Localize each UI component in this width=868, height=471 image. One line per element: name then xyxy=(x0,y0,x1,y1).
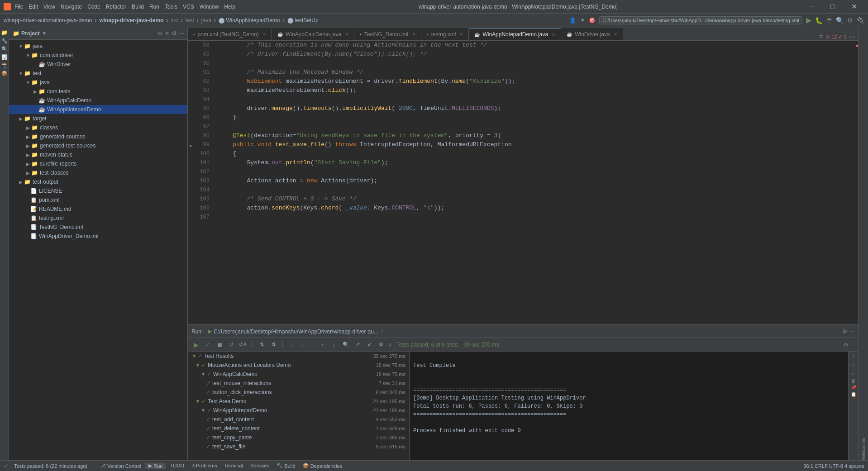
menu-build[interactable]: Build xyxy=(132,4,144,10)
test-item-root[interactable]: ▼ ✓ Test Results 39 sec 270 ms xyxy=(188,352,409,361)
run-import-btn[interactable]: ↗ xyxy=(353,340,362,349)
close-button[interactable]: ✕ xyxy=(844,0,864,14)
run-config-btn[interactable]: ⚙ xyxy=(377,340,386,349)
console-scroll-up[interactable]: ↑ xyxy=(852,353,855,360)
tree-readme[interactable]: 📝 README.md xyxy=(9,205,187,214)
test-item-copy[interactable]: ✓ test_copy_paste 7 sec 385 ms xyxy=(188,433,409,442)
tree-winapp-iml[interactable]: 📑 WinAppDriver_Demo.iml xyxy=(9,232,187,241)
search-button[interactable]: 🔍 xyxy=(836,17,844,24)
test-item-delete[interactable]: ✓ test_delete_content 1 sec 828 ms xyxy=(188,424,409,433)
user-icon[interactable]: 👤 xyxy=(569,17,576,24)
test-item-save[interactable]: ✓ test_save_file 5 sec 615 ms xyxy=(188,442,409,451)
tree-testng[interactable]: 📋 testng.xml xyxy=(9,214,187,223)
tree-testng-iml[interactable]: 📑 TestNG_Demo.iml xyxy=(9,223,187,232)
run-sort-btn[interactable]: ⇅ xyxy=(257,340,266,349)
test-item-notepad[interactable]: ▼ ✓ WinAppNotepadDemo 21 sec 195 ms xyxy=(188,406,409,415)
test-item-mouse-interact[interactable]: ✓ test_mouse_interactions 7 sec 31 ms xyxy=(188,379,409,388)
tab-testng-iml-close[interactable]: ✕ xyxy=(412,32,415,37)
tab-pom[interactable]: ▪ pom.xml (TestNG_Demo) ✕ xyxy=(188,28,272,40)
tool-btn-6[interactable]: 📦 xyxy=(1,70,8,77)
tree-pom[interactable]: 📋 pom.xml xyxy=(9,195,187,205)
breadcrumb-test[interactable]: test xyxy=(185,17,194,24)
project-name-1[interactable]: winapp-driver-automation-java-demo xyxy=(4,17,92,24)
menu-window[interactable]: Window xyxy=(200,4,219,10)
tab-windriver-close[interactable]: ✕ xyxy=(614,32,617,37)
menu-file[interactable]: File xyxy=(14,4,23,10)
console-scroll-down[interactable]: ↓ xyxy=(852,362,855,368)
tool-btn-4[interactable]: 📊 xyxy=(1,53,8,61)
settings-icon[interactable]: ⚙ xyxy=(847,17,853,24)
menu-view[interactable]: View xyxy=(43,4,55,10)
menu-refactor[interactable]: Refactor xyxy=(106,4,126,10)
tree-maven-status[interactable]: ▶ 📁 maven-status xyxy=(9,150,187,159)
run-tab[interactable]: ▶ C:/Users/januk/Desktop/Himanshu/WinApp… xyxy=(206,328,385,335)
run-up-btn[interactable]: ↑ xyxy=(318,340,327,349)
tree-test-java[interactable]: ▼ 📁 java xyxy=(9,78,187,87)
tree-classes[interactable]: ▶ 📁 classes xyxy=(9,123,187,132)
menu-navigate[interactable]: Navigate xyxy=(61,4,82,10)
run-export-btn[interactable]: ↙ xyxy=(365,340,374,349)
debug-button[interactable]: 🐛 xyxy=(815,17,823,24)
tree-test-classes[interactable]: ▶ 📁 test-classes xyxy=(9,168,187,177)
tool-btn-2[interactable]: 🔧 xyxy=(1,37,8,44)
tab-dependencies[interactable]: 📦Dependencies xyxy=(299,463,346,469)
path-box[interactable]: C:/Users/januk/Desktop/Himanshu/WinAppD.… xyxy=(599,16,802,24)
console-pin-btn[interactable]: 📌 xyxy=(851,385,856,390)
tab-version-control[interactable]: ⎇Version Control xyxy=(96,463,145,469)
run-green-button[interactable]: ▶ xyxy=(806,16,811,24)
run-expand-btn[interactable]: ≡ xyxy=(287,340,296,349)
menu-edit[interactable]: Edit xyxy=(29,4,38,10)
run-right-minimize[interactable]: ─ xyxy=(850,342,854,348)
tab-build[interactable]: 🔨Build xyxy=(273,463,299,469)
console-clear-btn[interactable]: 🗑 xyxy=(851,378,856,383)
vcs-target-icon[interactable]: 🎯 xyxy=(589,17,596,24)
menu-help[interactable]: Help xyxy=(224,4,235,10)
tree-generated-sources[interactable]: ▶ 📁 generated-sources xyxy=(9,132,187,141)
tree-gen-test-sources[interactable]: ▶ 📁 generated-test-sources xyxy=(9,141,187,150)
run-down-btn[interactable]: ↓ xyxy=(329,340,339,349)
tab-calc[interactable]: ☕ WinAppCalcDemo.java ✕ xyxy=(272,28,354,40)
minimize-button[interactable]: ─ xyxy=(801,0,822,14)
tree-com-tests[interactable]: ▶ 📁 com.tests xyxy=(9,87,187,96)
test-item-mouse[interactable]: ▼ ✓ MouseActions and Locators Demo 18 se… xyxy=(188,361,409,370)
settings-sidebar-icon[interactable]: ⚙ xyxy=(172,30,177,37)
tab-problems[interactable]: ⚠Problems xyxy=(188,463,220,469)
tool-btn-1[interactable]: 📁 xyxy=(1,29,8,36)
tab-notepad[interactable]: ☕ WinAppNotepadDemo.java ✕ xyxy=(469,28,561,40)
menu-tools[interactable]: Tools xyxy=(165,4,177,10)
tab-windriver[interactable]: ☕ WinDriver.java ✕ xyxy=(561,28,623,40)
test-item-calc[interactable]: ▼ ✓ WinAppCalcDemo 18 sec 75 ms xyxy=(188,370,409,379)
run-gutter-icon[interactable]: ▶ xyxy=(188,141,194,150)
tab-calc-close[interactable]: ✕ xyxy=(345,32,348,37)
console-wrap-btn[interactable]: ≡ xyxy=(852,371,855,376)
tool-btn-5[interactable]: 📸 xyxy=(1,62,8,69)
tree-windriver[interactable]: ☕ WinDriver xyxy=(9,60,187,69)
run-collapse-btn[interactable]: ≡ xyxy=(299,340,308,349)
run-rerun-btn[interactable]: ↺ xyxy=(227,340,236,349)
hide-sidebar-icon[interactable]: ─ xyxy=(180,30,184,37)
tree-test-output[interactable]: ▶ 📁 test-output xyxy=(9,177,187,186)
coverage-button[interactable]: ☂ xyxy=(826,17,832,24)
tree-test[interactable]: ▼ 📁 test xyxy=(9,69,187,78)
tab-pom-close[interactable]: ✕ xyxy=(262,32,266,37)
vcs-dropdown[interactable]: ▼ xyxy=(580,17,585,24)
tree-java[interactable]: ▼ 📁 java xyxy=(9,42,187,51)
breadcrumb-java[interactable]: java xyxy=(201,17,211,24)
tool-btn-3[interactable]: 🔍 xyxy=(1,45,8,52)
test-item-add[interactable]: ✓ test_add_content 4 sec 553 ms xyxy=(188,415,409,424)
sidebar-dropdown-icon[interactable]: ▼ xyxy=(42,30,47,37)
tab-todo[interactable]: TODO xyxy=(166,463,188,469)
breadcrumb-class[interactable]: ⬤ WinAppNotepadDemo xyxy=(219,17,280,24)
run-tab-close[interactable]: ✕ xyxy=(380,329,384,334)
tab-testng-xml[interactable]: ▪ testng.xml ✕ xyxy=(421,28,469,40)
project-name-2[interactable]: winapp-driver-java-demo xyxy=(99,17,163,24)
run-settings-icon[interactable]: ⚙ xyxy=(842,328,848,335)
tree-calc-demo[interactable]: ☕ WinAppCalcDemo xyxy=(9,96,187,105)
tab-testng-iml[interactable]: ▪ TestNG_Demo.iml ✕ xyxy=(354,28,421,40)
tree-license[interactable]: 📄 LICENSE xyxy=(9,186,187,195)
tab-testng-xml-close[interactable]: ✕ xyxy=(459,32,463,37)
tree-notepad-demo[interactable]: ☕ WinAppNotepadDemo xyxy=(9,105,187,114)
tab-terminal[interactable]: Terminal xyxy=(220,463,247,469)
tab-bar-menu[interactable]: ≡ xyxy=(819,33,823,40)
tab-notepad-close[interactable]: ✕ xyxy=(552,32,555,37)
